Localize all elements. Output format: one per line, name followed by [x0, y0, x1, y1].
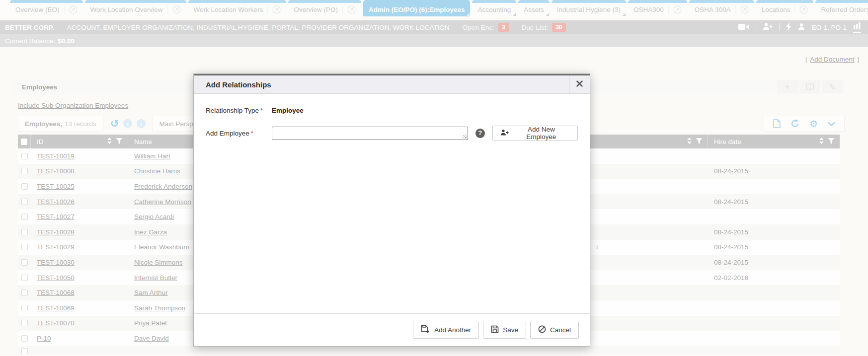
required-asterisk: *: [251, 130, 253, 137]
required-asterisk: *: [260, 107, 263, 114]
close-icon: [576, 80, 583, 88]
dialog-title-bar: Add Relationships: [194, 74, 590, 94]
close-button[interactable]: [569, 75, 590, 93]
dialog-title: Add Relationships: [194, 80, 271, 89]
add-employee-input[interactable]: [272, 127, 468, 140]
relationship-type-row: Relationship Type* Employee: [206, 107, 578, 114]
dialog-footer: Add Another Save Cancel: [194, 313, 590, 346]
cancel-icon: [538, 325, 546, 335]
add-relationships-dialog: Add Relationships Relationship Type* Emp…: [193, 73, 590, 347]
save-button[interactable]: Save: [483, 322, 526, 339]
add-employee-row: Add Employee* ? Add New Employee: [206, 126, 578, 141]
add-another-button[interactable]: Add Another: [413, 322, 479, 339]
help-icon[interactable]: ?: [475, 129, 485, 138]
save-icon: [491, 325, 499, 335]
cancel-button[interactable]: Cancel: [530, 322, 579, 339]
person-add-icon: [500, 129, 509, 138]
add-employee-label: Add Employee*: [206, 130, 272, 137]
relationship-type-label: Relationship Type*: [206, 107, 272, 114]
add-new-employee-button[interactable]: Add New Employee: [492, 126, 578, 141]
relationship-type-value: Employee: [272, 107, 304, 114]
save-plus-icon: [421, 325, 430, 335]
